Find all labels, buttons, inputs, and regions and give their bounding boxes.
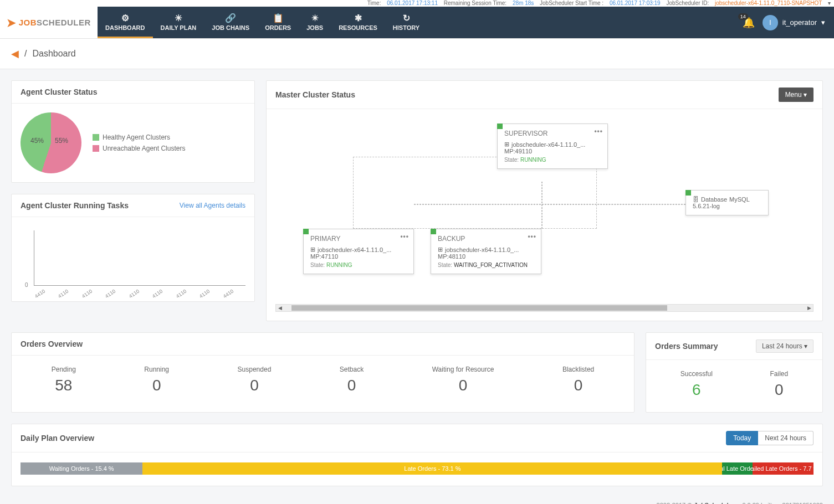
nav-right: 14 🔔 I it_operator ▾ xyxy=(743,7,834,38)
nav-label: DAILY PLAN xyxy=(161,24,197,31)
nav-orders[interactable]: 📋ORDERS xyxy=(257,7,299,38)
legend-item-unreachable[interactable]: Unreachable Agent Clusters xyxy=(93,145,185,152)
avatar: I xyxy=(763,15,778,30)
nav-resources[interactable]: ✱RESOURCES xyxy=(331,7,385,38)
cluster-node-supervisor[interactable]: ••• SUPERVISOR ⊞ jobscheduler-x64-1.11.0… xyxy=(497,124,608,169)
nav-label: HISTORY xyxy=(393,24,419,31)
nav-label: JOBS xyxy=(306,24,323,31)
cluster-node-database[interactable]: 🗄 Database MySQL 5.6.21-log xyxy=(685,190,769,215)
summary-failed: Failed 0 xyxy=(770,370,788,399)
time-label: Time: xyxy=(367,0,381,6)
breadcrumb: ◀ / Dashboard xyxy=(0,39,834,69)
orders-summary-card: Orders Summary Last 24 hours ▾ Successfu… xyxy=(646,332,823,413)
nav-label: RESOURCES xyxy=(339,24,377,31)
status-indicator-icon xyxy=(497,124,503,129)
overview-setback: Setback0 xyxy=(340,366,364,394)
nav-label: ORDERS xyxy=(265,24,291,31)
id-label: JobScheduler ID: xyxy=(666,0,709,6)
cluster-node-backup[interactable]: ••• BACKUP ⊞ jobscheduler-x64-1.11.0_...… xyxy=(431,229,541,274)
node-menu-icon[interactable]: ••• xyxy=(528,233,536,240)
session-value: 28m 18s xyxy=(513,0,534,6)
pie-chart: 45% 55% xyxy=(21,112,81,173)
nav-daily-plan[interactable]: ☀DAILY PLAN xyxy=(153,7,204,38)
node-mp: MP:49110 xyxy=(504,148,601,155)
failed-count: 0 xyxy=(770,381,788,399)
legend-item-healthy[interactable]: Healthy Agent Clusters xyxy=(93,133,185,141)
nav-jobs[interactable]: ✴JOBS xyxy=(299,7,331,38)
back-button[interactable]: ◀ xyxy=(11,48,19,60)
logo[interactable]: ➤ JOBSCHEDULER xyxy=(0,7,98,38)
windows-icon: ⊞ xyxy=(310,246,315,253)
header: ➤ JOBSCHEDULER ⚙DASHBOARD☀DAILY PLAN🔗JOB… xyxy=(0,7,834,39)
username: it_operator xyxy=(782,18,817,27)
plan-progress-bar: Waiting Orders - 15.4 %Late Orders - 73.… xyxy=(21,462,813,475)
swatch-icon xyxy=(93,145,99,152)
plan-segment[interactable]: Waiting Orders - 15.4 % xyxy=(21,462,142,475)
node-mp: MP:48110 xyxy=(438,253,534,260)
footer: 2002-2017 © JobScheduler - v0.0.29 built… xyxy=(0,497,834,504)
nav-history[interactable]: ↻HISTORY xyxy=(385,7,427,38)
node-title: PRIMARY xyxy=(310,235,407,243)
overview-running: Running0 xyxy=(144,366,169,394)
next24-button[interactable]: Next 24 hours xyxy=(758,431,813,445)
range-dropdown[interactable]: Last 24 hours ▾ xyxy=(756,340,813,353)
notifications-button[interactable]: 14 🔔 xyxy=(743,17,755,29)
nav-label: JOB CHAINS xyxy=(212,24,249,31)
card-title: Orders Overview xyxy=(21,340,83,348)
scroll-left-icon[interactable]: ◀ xyxy=(276,305,284,311)
scroll-right-icon[interactable]: ▶ xyxy=(805,305,813,311)
card-title: Daily Plan Overview xyxy=(21,434,94,443)
successful-count: 6 xyxy=(680,381,713,399)
pie-legend: Healthy Agent Clusters Unreachable Agent… xyxy=(93,130,185,156)
chevron-down-icon[interactable]: ▾ xyxy=(828,0,831,6)
nav-icon: ⚙ xyxy=(121,13,129,23)
node-host: jobscheduler-x64-1.11.0_... xyxy=(445,246,519,253)
running-tasks-card: Agent Cluster Running Tasks View all Age… xyxy=(11,194,255,302)
overview-suspended: Suspended0 xyxy=(238,366,272,394)
menu-button[interactable]: Menu ▾ xyxy=(779,88,813,102)
notification-count: 14 xyxy=(738,13,748,20)
horizontal-scrollbar[interactable]: ◀ ▶ xyxy=(275,304,813,312)
cluster-node-primary[interactable]: ••• PRIMARY ⊞ jobscheduler-x64-1.11.0_..… xyxy=(303,229,414,274)
page-title: Dashboard xyxy=(32,49,75,59)
node-mp: MP:47110 xyxy=(310,253,407,260)
start-value: 06.01.2017 17:03:19 xyxy=(610,0,661,6)
nav-dashboard[interactable]: ⚙DASHBOARD xyxy=(98,7,153,38)
node-menu-icon[interactable]: ••• xyxy=(400,233,409,240)
node-title: BACKUP xyxy=(438,235,534,243)
node-state: RUNNING xyxy=(520,157,546,163)
node-host: jobscheduler-x64-1.11.0_... xyxy=(318,246,391,253)
y-axis-zero: 0 xyxy=(25,282,28,288)
plan-segment[interactable]: Late Orders - 73.1 % xyxy=(142,462,722,475)
id-value[interactable]: jobscheduler-x64-1.11.0_7110-SNAPSHOT xyxy=(715,0,822,6)
start-label: JobScheduler Start Time : xyxy=(540,0,603,6)
database-icon: 🗄 xyxy=(693,196,699,203)
card-title: Master Cluster Status xyxy=(275,90,355,99)
agent-cluster-status-card: Agent Cluster Status 45% 55% Healthy Age… xyxy=(11,80,255,183)
windows-icon: ⊞ xyxy=(504,141,509,148)
status-indicator-icon xyxy=(303,229,309,234)
summary-successful: Successful 6 xyxy=(680,370,713,399)
session-label: Remaining Session Time: xyxy=(444,0,506,6)
node-menu-icon[interactable]: ••• xyxy=(594,127,603,135)
card-title: Orders Summary xyxy=(655,342,718,351)
overview-waiting-for-resource: Waiting for Resource0 xyxy=(432,366,494,394)
nav-job-chains[interactable]: 🔗JOB CHAINS xyxy=(204,7,257,38)
chevron-down-icon: ▾ xyxy=(821,18,825,27)
swatch-icon xyxy=(93,134,99,141)
today-button[interactable]: Today xyxy=(726,431,758,445)
node-host: jobscheduler-x64-1.11.0_... xyxy=(511,141,585,148)
overview-blacklisted: Blacklisted0 xyxy=(562,366,594,394)
nav-label: DASHBOARD xyxy=(105,24,145,31)
node-title: SUPERVISOR xyxy=(504,130,601,137)
nav-icon: ☀ xyxy=(175,13,182,23)
user-menu[interactable]: I it_operator ▾ xyxy=(763,15,825,30)
orders-overview-card: Orders Overview Pending58Running0Suspend… xyxy=(11,332,635,413)
scroll-thumb[interactable] xyxy=(291,305,667,311)
plan-segment[interactable]: Successful Late Orders - 3.8 % xyxy=(722,462,752,475)
plan-segment[interactable]: Failed Late Orders - 7.7 % xyxy=(753,462,813,475)
card-title: Agent Cluster Status xyxy=(21,88,97,96)
nav-icon: ↻ xyxy=(403,13,410,23)
node-state: RUNNING xyxy=(326,262,352,268)
view-agents-link[interactable]: View all Agents details xyxy=(180,202,245,209)
